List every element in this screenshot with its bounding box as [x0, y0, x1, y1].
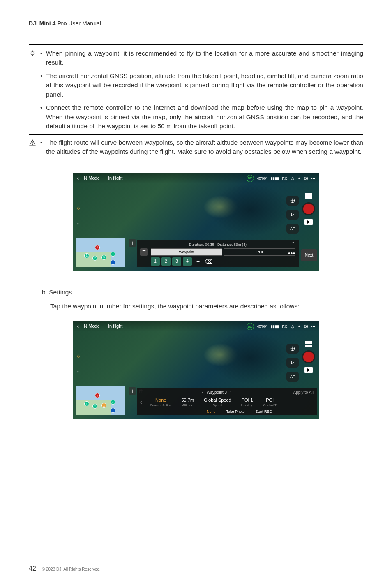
- param-speed[interactable]: Global SpeedSpeed: [199, 398, 236, 407]
- speed-icon[interactable]: ⌖: [77, 222, 80, 227]
- camera-sidebar: 1× AF: [286, 196, 299, 234]
- waypoint-list: 1 2 3 4 + ⌫: [140, 257, 295, 266]
- more-icon[interactable]: •••: [311, 324, 315, 329]
- topbar-right: 100 45'00" ▮▮▮▮ RC ◎ ✦ 26 •••: [247, 175, 315, 182]
- playback-icon[interactable]: [304, 367, 313, 373]
- section-description: Tap the waypoint number for settings, th…: [42, 302, 363, 311]
- shutter-column: [300, 193, 317, 225]
- tab-waypoint[interactable]: Waypoint: [151, 248, 222, 256]
- tip-text: Connect the remote controller to the int…: [46, 103, 363, 131]
- section-label: b. Settings: [42, 289, 363, 296]
- minimap[interactable]: ! 1 2 3 4: [76, 238, 125, 267]
- satellite-count: 26: [304, 324, 308, 329]
- scroll-left-icon[interactable]: ‹: [137, 399, 145, 405]
- apply-to-all-button[interactable]: Apply to All: [293, 390, 314, 395]
- svg-point-10: [32, 144, 32, 144]
- app-screenshot-waypoint-panel: ‹ N Mode In flight 100 45'00" ▮▮▮▮ RC ◎ …: [73, 173, 319, 271]
- left-sidebar: ◇ ⌖: [77, 206, 80, 227]
- battery-icon: 100: [247, 175, 254, 182]
- param-gimbal[interactable]: POIGimbal T: [258, 398, 281, 407]
- drone-marker-icon: [111, 408, 115, 413]
- more-icon[interactable]: •••: [311, 176, 315, 180]
- delete-waypoint-button[interactable]: ⌫: [204, 257, 213, 266]
- panel-more-icon[interactable]: •••: [288, 250, 295, 257]
- topbar-right: 100 45'00" ▮▮▮▮ RC ◎ ✦ 26 •••: [247, 323, 315, 330]
- signal-icon: ▮▮▮▮: [271, 324, 279, 329]
- flight-time: 45'00": [257, 324, 267, 329]
- param-options-row: None Take Photo Start REC: [137, 407, 317, 415]
- option-none[interactable]: None: [207, 409, 216, 414]
- section-settings: b. Settings Tap the waypoint number for …: [29, 289, 363, 311]
- minimap[interactable]: ! 1 2 3 4: [76, 386, 125, 415]
- flight-mode: N Mode: [84, 324, 100, 329]
- shutter-button[interactable]: [302, 202, 315, 215]
- page-footer: 42 © 2023 DJI All Rights Reserved.: [29, 565, 101, 572]
- satellite-icon: ✦: [297, 324, 301, 329]
- product-name: DJI Mini 4 Pro: [29, 20, 67, 27]
- param-heading[interactable]: POI 1Heading: [236, 398, 258, 407]
- svg-point-0: [31, 52, 34, 55]
- aperture-button[interactable]: [286, 196, 299, 206]
- option-take-photo[interactable]: Take Photo: [226, 409, 245, 414]
- collapse-icon[interactable]: ˆ: [293, 242, 294, 246]
- param-camera-action[interactable]: NoneCamera Action: [145, 398, 176, 407]
- signal-icon: ▮▮▮▮: [271, 176, 279, 180]
- mode-grid-icon[interactable]: [305, 193, 312, 199]
- panel-stats: Duration: 00:35 Distance: 89m (4): [140, 242, 295, 248]
- vision-icon: ◎: [291, 324, 294, 329]
- tip-body: •When pinning a waypoint, it is recommen…: [40, 49, 363, 131]
- speed-icon[interactable]: ⌖: [77, 370, 80, 375]
- waypoint-number[interactable]: 4: [183, 257, 192, 266]
- mode-grid-icon[interactable]: [305, 341, 312, 347]
- tip-item: •The aircraft horizontal GNSS position, …: [40, 72, 363, 99]
- af-button[interactable]: AF: [286, 224, 299, 234]
- battery-icon: 100: [247, 323, 254, 330]
- back-icon[interactable]: ‹: [77, 174, 79, 182]
- satellite-count: 26: [304, 176, 308, 180]
- expand-map-button[interactable]: +: [129, 239, 136, 247]
- obstacle-icon[interactable]: ◇: [77, 354, 80, 358]
- tip-text: When pinning a waypoint, it is recommend…: [46, 49, 363, 67]
- playback-icon[interactable]: [304, 219, 313, 225]
- shutter-button[interactable]: [302, 350, 315, 363]
- tip-text: The aircraft horizontal GNSS position, a…: [46, 72, 363, 99]
- add-waypoint-button[interactable]: +: [194, 257, 203, 266]
- waypoint-number[interactable]: 2: [161, 257, 171, 266]
- aperture-button[interactable]: [286, 344, 299, 354]
- waypoint-number[interactable]: 3: [172, 257, 181, 266]
- obstacle-icon[interactable]: ◇: [77, 206, 80, 210]
- lightbulb-icon: [29, 49, 40, 131]
- list-icon[interactable]: ☰: [140, 248, 148, 256]
- rc-label: RC: [282, 324, 288, 329]
- vision-icon: ◎: [291, 176, 294, 180]
- zoom-button[interactable]: 1×: [286, 358, 299, 368]
- flight-time: 45'00": [257, 176, 267, 180]
- option-start-rec[interactable]: Start REC: [256, 409, 272, 414]
- waypoint-settings-panel: ‹ Waypoint 3 › Apply to All ‹ NoneCamera…: [137, 388, 317, 415]
- param-altitude[interactable]: 59.7mAltitude: [176, 398, 199, 407]
- next-button[interactable]: Next: [301, 249, 317, 261]
- tip-block: •When pinning a waypoint, it is recommen…: [29, 44, 363, 135]
- tab-poi[interactable]: POI: [224, 248, 295, 256]
- expand-map-button[interactable]: +: [129, 387, 136, 395]
- waypoint-nav: ‹ Waypoint 3 ›: [202, 390, 231, 395]
- app-screenshot-waypoint-settings: ‹ N Mode In flight 100 45'00" ▮▮▮▮ RC ◎ …: [73, 321, 319, 419]
- param-row: ‹ NoneCamera Action 59.7mAltitude Global…: [137, 397, 317, 407]
- header-title: DJI Mini 4 Pro User Manual: [29, 20, 101, 27]
- rc-label: RC: [282, 176, 288, 180]
- af-button[interactable]: AF: [286, 372, 299, 382]
- flight-status: In flight: [108, 324, 122, 329]
- svg-line-6: [35, 51, 35, 51]
- zoom-button[interactable]: 1×: [286, 210, 299, 220]
- back-icon[interactable]: ‹: [77, 322, 79, 330]
- waypoint-panel: ˆ ••• Duration: 00:35 Distance: 89m (4) …: [137, 240, 299, 267]
- warning-body: •The flight route will curve between way…: [40, 138, 363, 157]
- flight-status: In flight: [108, 176, 122, 180]
- left-sidebar: ◇ ⌖: [77, 354, 80, 375]
- current-waypoint-label: Waypoint 3: [206, 390, 227, 395]
- prev-waypoint-icon[interactable]: ‹: [202, 390, 203, 395]
- next-waypoint-icon[interactable]: ›: [230, 390, 231, 395]
- waypoint-number[interactable]: 1: [151, 257, 160, 266]
- panel-tabs: ☰ Waypoint POI: [140, 248, 295, 256]
- tip-item: •When pinning a waypoint, it is recommen…: [40, 49, 363, 67]
